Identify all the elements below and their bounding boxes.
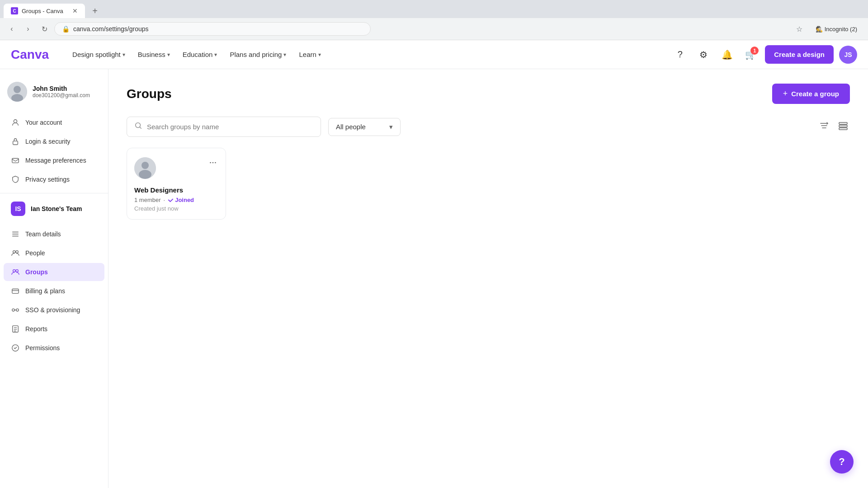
page-title: Groups (127, 87, 172, 101)
create-group-btn[interactable]: + Create a group (772, 84, 850, 104)
groups-grid: Web Designers 1 member · Joined Created … (127, 148, 850, 220)
sidebar-item-label: Login & security (25, 138, 71, 145)
view-actions (817, 119, 850, 135)
sidebar-user-name: John Smith (33, 85, 101, 92)
dot-separator: · (164, 197, 165, 203)
tab-close-btn[interactable]: ✕ (72, 7, 78, 14)
back-btn[interactable]: ‹ (5, 23, 18, 35)
team-details-icon (11, 230, 20, 239)
svg-rect-10 (12, 289, 19, 294)
sidebar-user-avatar (7, 82, 27, 102)
group-date: Created just now (134, 205, 218, 212)
user-avatar-btn[interactable]: JS (839, 46, 857, 64)
bookmark-btn[interactable]: ☆ (792, 22, 807, 36)
svg-point-21 (139, 170, 151, 179)
group-more-btn[interactable] (206, 155, 220, 170)
team-avatar: IS (11, 202, 25, 216)
nav-education[interactable]: Education ▾ (177, 47, 223, 62)
group-meta: 1 member · Joined (134, 197, 218, 203)
svg-point-11 (12, 309, 14, 311)
top-nav: Canva Design spotlight ▾ Business ▾ Educ… (0, 40, 868, 69)
user-info: John Smith doe301200@gmail.com (33, 85, 101, 99)
address-bar[interactable]: 🔒 canva.com/settings/groups (54, 22, 371, 36)
notifications-btn[interactable]: 🔔 (718, 46, 736, 64)
nav-learn[interactable]: Learn ▾ (293, 47, 326, 62)
sidebar-item-team-details[interactable]: Team details (4, 225, 104, 243)
svg-point-9 (16, 270, 18, 272)
billing-icon (11, 286, 20, 296)
tab-title: Groups - Canva (22, 8, 63, 14)
sidebar-item-label: Groups (25, 268, 48, 276)
nav-design-spotlight[interactable]: Design spotlight ▾ (67, 47, 131, 62)
cart-badge: 1 (750, 47, 759, 55)
incognito-btn[interactable]: 🕵 Incognito (2) (810, 24, 863, 34)
create-design-btn[interactable]: Create a design (765, 45, 834, 64)
joined-badge: Joined (168, 197, 194, 203)
sidebar-user-email: doe301200@gmail.com (33, 92, 101, 99)
sidebar-item-message-preferences[interactable]: Message preferences (4, 151, 104, 169)
svg-point-23 (212, 162, 214, 164)
group-card[interactable]: Web Designers 1 member · Joined Created … (127, 148, 226, 220)
help-icon: ? (678, 49, 683, 60)
svg-point-22 (210, 162, 211, 164)
top-nav-actions: ? ⚙ 🔔 🛒 1 Create a design JS (671, 45, 857, 64)
group-name: Web Designers (134, 186, 218, 194)
search-box (127, 117, 321, 137)
sidebar-item-sso-provisioning[interactable]: SSO & provisioning (4, 301, 104, 319)
help-fab-btn[interactable]: ? (830, 450, 854, 474)
help-fab-icon: ? (839, 456, 844, 468)
user-profile: John Smith doe301200@gmail.com (0, 76, 108, 111)
sidebar-item-people[interactable]: People (4, 244, 104, 262)
svg-point-12 (16, 309, 19, 311)
canva-logo[interactable]: Canva (11, 47, 49, 62)
browser-chrome: C Groups - Canva ✕ + ‹ › ↻ 🔒 canva.com/s… (0, 0, 868, 40)
url-text: canva.com/settings/groups (73, 25, 149, 33)
sidebar-item-label: Team details (25, 230, 61, 238)
sidebar-item-reports[interactable]: Reports (4, 320, 104, 338)
sidebar-item-label: SSO & provisioning (25, 306, 80, 314)
sidebar-item-groups[interactable]: Groups (4, 263, 104, 281)
sidebar: John Smith doe301200@gmail.com Your acco… (0, 69, 108, 488)
bell-icon: 🔔 (722, 49, 733, 60)
search-input[interactable] (147, 123, 313, 131)
gear-icon: ⚙ (699, 49, 708, 60)
nav-plans-pricing[interactable]: Plans and pricing ▾ (224, 47, 292, 62)
reload-btn[interactable]: ↻ (38, 23, 51, 35)
sidebar-item-your-account[interactable]: Your account (4, 113, 104, 131)
nav-design-spotlight-label: Design spotlight (72, 51, 121, 58)
people-filter-dropdown[interactable]: All people ▾ (328, 118, 401, 136)
sidebar-item-permissions[interactable]: Permissions (4, 339, 104, 357)
plus-icon: + (783, 89, 788, 99)
chevron-down-icon: ▾ (123, 52, 125, 58)
groups-icon (11, 267, 20, 277)
sidebar-item-label: Reports (25, 325, 47, 333)
forward-btn[interactable]: › (22, 23, 34, 35)
svg-rect-4 (13, 141, 18, 145)
nav-learn-label: Learn (299, 51, 316, 58)
nav-plans-pricing-label: Plans and pricing (230, 51, 282, 58)
filter-label: All people (336, 123, 366, 131)
main-nav: Design spotlight ▾ Business ▾ Education … (67, 47, 326, 62)
settings-btn[interactable]: ⚙ (694, 46, 712, 64)
browser-tab-bar: C Groups - Canva ✕ + (0, 0, 868, 18)
list-view-btn[interactable] (836, 119, 850, 135)
sort-btn[interactable] (817, 119, 831, 135)
sidebar-item-login-security[interactable]: Login & security (4, 132, 104, 150)
svg-rect-17 (839, 125, 847, 127)
svg-point-3 (14, 120, 17, 123)
nav-business[interactable]: Business ▾ (132, 47, 175, 62)
svg-point-20 (142, 162, 149, 169)
cart-btn[interactable]: 🛒 1 (741, 46, 760, 64)
incognito-label: Incognito (2) (825, 26, 857, 33)
new-tab-btn[interactable]: + (89, 5, 101, 17)
sidebar-item-privacy-settings[interactable]: Privacy settings (4, 170, 104, 188)
chevron-down-icon: ▾ (283, 52, 286, 58)
reports-icon (11, 324, 20, 333)
sidebar-item-billing-plans[interactable]: Billing & plans (4, 282, 104, 300)
active-tab: C Groups - Canva ✕ (4, 4, 85, 18)
browser-actions: ☆ 🕵 Incognito (2) (792, 22, 863, 36)
help-btn[interactable]: ? (671, 46, 689, 64)
personal-settings-section: Your account Login & security Message pr… (0, 111, 108, 191)
content-area: Groups + Create a group All people ▾ (108, 69, 868, 488)
lock-icon: 🔒 (62, 25, 70, 33)
